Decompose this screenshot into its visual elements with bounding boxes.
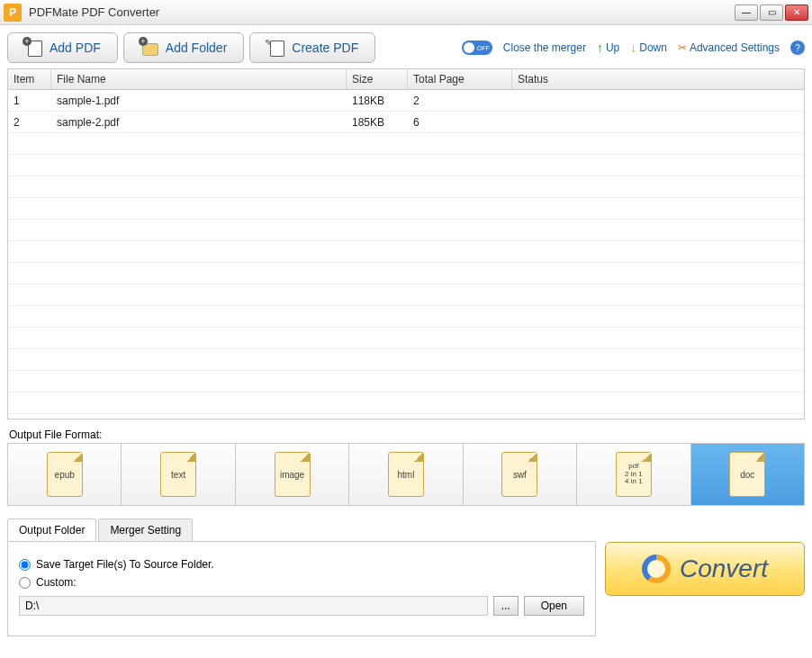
convert-label: Convert — [680, 554, 768, 583]
output-format-label: Output File Format: — [9, 428, 805, 441]
header-item[interactable]: Item — [8, 69, 51, 89]
cell-file: sample-1.pdf — [51, 91, 347, 111]
cell-status — [512, 97, 804, 104]
create-pdf-button[interactable]: Create PDF — [249, 32, 375, 63]
arrow-up-icon: ↑ — [597, 41, 603, 55]
header-size[interactable]: Size — [347, 69, 408, 89]
convert-button[interactable]: Convert — [605, 542, 805, 596]
table-row — [8, 371, 804, 392]
format-swf[interactable]: swf — [464, 444, 577, 505]
browse-button[interactable]: ... — [493, 596, 519, 616]
main-toolbar: Add PDF Add Folder Create PDF OFF Close … — [7, 32, 805, 63]
radio-source-label: Save Target File(s) To Source Folder. — [36, 558, 214, 571]
file-icon: image — [275, 452, 311, 497]
move-down-button[interactable]: ↓Down — [630, 41, 667, 55]
radio-custom-label: Custom: — [36, 576, 77, 589]
tab-merger-setting[interactable]: Merger Setting — [98, 518, 193, 541]
close-button[interactable]: ✕ — [785, 5, 808, 21]
table-row — [8, 284, 804, 306]
file-grid: Item File Name Size Total Page Status 1s… — [7, 68, 805, 419]
titlebar: P PDFMate PDF Converter — ▭ ✕ — [0, 0, 812, 25]
cell-status — [512, 119, 804, 126]
cell-item: 2 — [8, 113, 51, 132]
add-pdf-icon — [24, 40, 42, 56]
file-icon: swf — [501, 452, 537, 497]
add-pdf-button[interactable]: Add PDF — [7, 32, 118, 63]
arrow-down-icon: ↓ — [630, 41, 636, 55]
header-filename[interactable]: File Name — [51, 69, 347, 89]
file-icon: html — [388, 452, 424, 497]
file-icon: pdf 2 in 1 4 in 1 — [616, 452, 652, 497]
convert-icon — [642, 554, 671, 583]
table-row[interactable]: 1sample-1.pdf118KB2 — [8, 90, 804, 112]
cell-item: 1 — [8, 91, 51, 111]
cell-file: sample-2.pdf — [51, 113, 347, 132]
help-icon[interactable]: ? — [790, 41, 805, 55]
table-row — [8, 263, 804, 284]
advanced-settings-link[interactable]: ✂Advanced Settings — [678, 41, 780, 54]
table-row — [8, 241, 804, 263]
format-doc[interactable]: doc — [691, 444, 804, 505]
radio-source-folder[interactable] — [19, 559, 31, 571]
cell-total: 6 — [408, 113, 512, 132]
table-row[interactable]: 2sample-2.pdf185KB6 — [8, 112, 804, 133]
minimize-button[interactable]: — — [735, 5, 758, 21]
header-status[interactable]: Status — [512, 69, 804, 89]
table-row — [8, 328, 804, 349]
create-pdf-label: Create PDF — [292, 41, 358, 55]
table-row — [8, 155, 804, 176]
table-row — [8, 306, 804, 328]
table-row — [8, 198, 804, 220]
merger-toggle[interactable]: OFF — [462, 41, 492, 55]
close-merger-link[interactable]: Close the merger — [503, 41, 586, 54]
file-icon: text — [160, 452, 196, 497]
gear-icon: ✂ — [678, 41, 687, 54]
app-logo-icon: P — [4, 4, 22, 22]
output-folder-panel: Save Target File(s) To Source Folder. Cu… — [7, 541, 596, 636]
format-selector: epubtextimagehtmlswfpdf 2 in 1 4 in 1doc — [7, 443, 805, 506]
table-row — [8, 349, 804, 371]
file-icon: doc — [729, 452, 765, 497]
custom-path-input[interactable] — [19, 596, 488, 616]
maximize-button[interactable]: ▭ — [760, 5, 783, 21]
file-icon: epub — [47, 452, 83, 497]
add-folder-icon — [140, 40, 158, 56]
header-totalpage[interactable]: Total Page — [408, 69, 512, 89]
format-html[interactable]: html — [349, 444, 463, 505]
radio-custom-folder[interactable] — [19, 577, 31, 589]
add-folder-button[interactable]: Add Folder — [123, 32, 244, 63]
table-row — [8, 220, 804, 241]
move-up-button[interactable]: ↑Up — [597, 41, 619, 55]
format-pdf[interactable]: pdf 2 in 1 4 in 1 — [577, 444, 690, 505]
table-row — [8, 176, 804, 198]
open-button[interactable]: Open — [524, 596, 584, 616]
format-epub[interactable]: epub — [8, 444, 122, 505]
window-title: PDFMate PDF Converter — [29, 5, 159, 19]
table-row — [8, 392, 804, 414]
bottom-tabs: Output Folder Merger Setting — [7, 518, 596, 541]
tab-output-folder[interactable]: Output Folder — [7, 518, 96, 541]
table-row — [8, 133, 804, 155]
format-image[interactable]: image — [236, 444, 349, 505]
cell-size: 185KB — [347, 113, 408, 132]
cell-total: 2 — [408, 91, 512, 111]
format-text[interactable]: text — [122, 444, 235, 505]
grid-header: Item File Name Size Total Page Status — [8, 69, 804, 90]
cell-size: 118KB — [347, 91, 408, 111]
add-folder-label: Add Folder — [166, 41, 227, 55]
create-pdf-icon — [266, 40, 284, 56]
add-pdf-label: Add PDF — [50, 41, 101, 55]
